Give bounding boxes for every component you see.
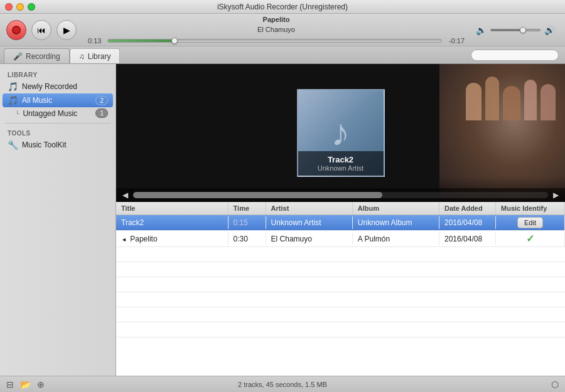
th-date-added: Date Added xyxy=(439,202,496,215)
td-album-1: A Pulmón xyxy=(353,233,439,245)
main-area: LIBRARY 🎵 Newly Recorded 🎵 All Music 2 └… xyxy=(0,64,565,376)
time-current: 0:13 xyxy=(88,37,104,45)
record-button[interactable] xyxy=(6,20,26,40)
tab-library[interactable]: ♫ Library xyxy=(70,48,121,63)
progress-area: Papelito El Chamuyo 0:13 -0:17 xyxy=(82,13,471,47)
progress-thumb[interactable] xyxy=(171,38,178,44)
play-indicator: ◄ xyxy=(121,236,127,243)
untagged-music-label: Untagged Music xyxy=(23,109,77,118)
status-text: 2 tracks, 45 seconds, 1.5 MB xyxy=(238,381,327,388)
td-time-1: 0:30 xyxy=(229,233,266,245)
untagged-music-badge: 1 xyxy=(95,109,108,118)
volume-high-icon: 🔊 xyxy=(544,25,555,35)
search-box[interactable] xyxy=(471,50,559,61)
table-row-empty xyxy=(116,247,565,262)
sidebar-item-music-toolkit[interactable]: 🔧 Music ToolKit xyxy=(0,138,116,152)
th-time: Time xyxy=(229,202,266,215)
folder-icon[interactable]: 📂 xyxy=(20,379,31,389)
sidebar-item-untagged-music[interactable]: └ Untagged Music 1 xyxy=(0,107,116,119)
table-row-empty xyxy=(116,307,565,322)
th-title: Title xyxy=(116,202,229,215)
statusbar-left: ⊟ 📂 ⊕ xyxy=(6,379,45,389)
row1-title: Papelito xyxy=(130,235,157,243)
search-input[interactable] xyxy=(471,50,559,61)
edit-button-0[interactable]: Edit xyxy=(517,217,543,228)
window-controls[interactable] xyxy=(5,3,35,11)
td-artist-1: El Chamuyo xyxy=(266,233,353,245)
all-music-badge: 2 xyxy=(95,96,108,105)
carousel-next-icon[interactable]: ▶ xyxy=(551,191,561,199)
time-remaining: -0:17 xyxy=(446,37,465,45)
table-row-empty xyxy=(116,322,565,337)
progress-fill xyxy=(108,40,175,42)
prev-icon: ⏮ xyxy=(37,25,46,35)
volume-low-icon: 🔈 xyxy=(476,25,487,35)
th-album: Album xyxy=(353,202,439,215)
indent-icon: └ xyxy=(15,110,19,117)
carousel-prev-icon[interactable]: ◀ xyxy=(120,191,131,199)
tab-recording-label: Recording xyxy=(26,52,60,61)
sidebar-divider xyxy=(5,123,110,124)
tab-library-label: Library xyxy=(88,52,111,61)
table-row-empty xyxy=(116,277,565,292)
play-icon: ▶ xyxy=(63,25,70,35)
th-music-identify: Music Identify xyxy=(496,202,565,215)
table-row[interactable]: ◄ Papelito 0:30 El Chamuyo A Pulmón 2016… xyxy=(116,231,565,247)
maximize-button[interactable] xyxy=(28,3,35,11)
td-identify-0[interactable]: Edit xyxy=(496,215,565,230)
album-art-label: Track2 Unknown Artist xyxy=(298,151,384,176)
titlebar: iSkysoft Audio Recorder (Unregistered) xyxy=(0,0,565,14)
check-icon: ✓ xyxy=(526,233,534,245)
track-info: Papelito El Chamuyo xyxy=(257,15,295,34)
table-header: Title Time Artist Album Date Added Music… xyxy=(116,202,565,215)
td-title-0: Track2 xyxy=(116,216,229,229)
library-section-label: LIBRARY xyxy=(0,69,116,80)
tab-recording[interactable]: 🎤 Recording xyxy=(4,48,70,63)
add-icon[interactable]: ⊕ xyxy=(37,379,45,389)
minimize-button[interactable] xyxy=(16,3,24,11)
statusbar-right: ⬡ xyxy=(551,379,559,389)
newly-recorded-label: Newly Recorded xyxy=(22,82,77,91)
progress-row: 0:13 -0:17 xyxy=(88,37,465,45)
volume-thumb[interactable] xyxy=(520,27,526,33)
prev-button[interactable]: ⏮ xyxy=(31,20,51,40)
album-art: ♪ Track2 Unknown Artist xyxy=(297,89,385,177)
background-art xyxy=(439,64,565,202)
newly-recorded-icon: 🎵 xyxy=(8,82,18,92)
sidebar-item-newly-recorded[interactable]: 🎵 Newly Recorded xyxy=(0,80,116,93)
table-row-empty xyxy=(116,292,565,307)
td-title-1: ◄ Papelito xyxy=(116,233,229,245)
track-title: Papelito xyxy=(257,15,295,24)
carousel-nav: ◀ ▶ xyxy=(116,188,565,202)
td-artist-0: Unknown Artist xyxy=(266,216,353,229)
td-identify-1: ✓ xyxy=(496,231,565,246)
mic-icon: 🎤 xyxy=(13,52,23,61)
track-artist: El Chamuyo xyxy=(257,25,295,34)
volume-slider[interactable] xyxy=(490,29,541,31)
table-row-empty xyxy=(116,262,565,277)
album-artist-name: Unknown Artist xyxy=(303,164,379,172)
music-toolkit-label: Music ToolKit xyxy=(22,140,66,149)
table-area: Title Time Artist Album Date Added Music… xyxy=(116,202,565,376)
carousel-scroll-thumb xyxy=(133,192,382,198)
content-area: ♪ Track2 Unknown Artist ◀ ▶ Title Time A… xyxy=(116,64,565,376)
table-row[interactable]: Track2 0:15 Unknown Artist Unknown Album… xyxy=(116,215,565,231)
music-icon: ♫ xyxy=(79,52,85,61)
volume-fill xyxy=(491,29,523,31)
export-icon[interactable]: ⬡ xyxy=(551,379,559,389)
record-icon xyxy=(12,26,21,34)
th-artist: Artist xyxy=(266,202,353,215)
sidebar: LIBRARY 🎵 Newly Recorded 🎵 All Music 2 └… xyxy=(0,64,116,376)
close-button[interactable] xyxy=(5,3,13,11)
td-date-1: 2016/04/08 xyxy=(439,233,496,245)
sidebar-item-all-music[interactable]: 🎵 All Music 2 xyxy=(3,93,113,107)
all-music-label: All Music xyxy=(22,96,52,105)
window-title: iSkysoft Audio Recorder (Unregistered) xyxy=(217,3,348,11)
progress-bar[interactable] xyxy=(107,39,442,43)
carousel-scrollbar[interactable] xyxy=(133,192,548,198)
play-button[interactable]: ▶ xyxy=(56,20,77,40)
statusbar: ⊟ 📂 ⊕ 2 tracks, 45 seconds, 1.5 MB ⬡ xyxy=(0,376,565,392)
filter-icon[interactable]: ⊟ xyxy=(6,379,14,389)
td-time-0: 0:15 xyxy=(229,216,266,229)
row0-title: Track2 xyxy=(121,218,144,227)
